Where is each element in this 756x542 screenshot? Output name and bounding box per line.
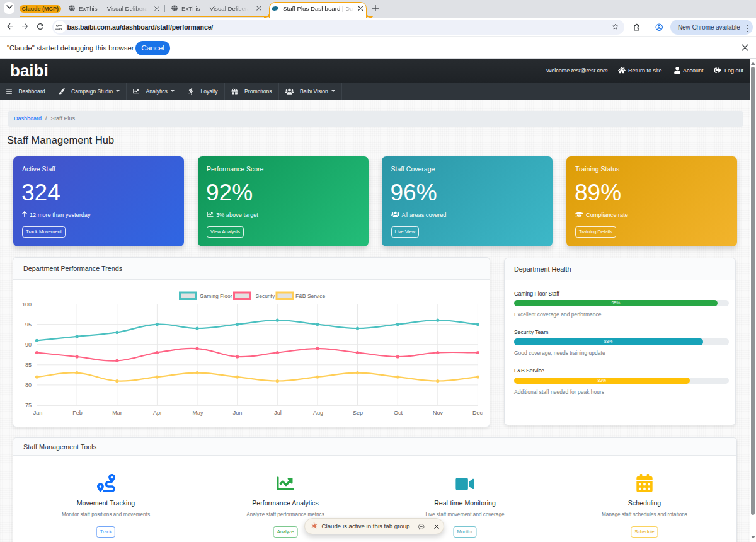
svg-text:Gaming Floor: Gaming Floor	[200, 293, 232, 299]
svg-text:Oct: Oct	[394, 410, 403, 416]
svg-text:Jun: Jun	[233, 410, 243, 416]
svg-text:Aug: Aug	[313, 410, 323, 416]
svg-text:F&B Service: F&B Service	[295, 293, 326, 299]
svg-text:Sep: Sep	[353, 410, 363, 416]
svg-text:May: May	[192, 410, 203, 416]
svg-text:Mar: Mar	[112, 410, 122, 416]
svg-text:Security: Security	[256, 293, 275, 299]
svg-text:95: 95	[25, 321, 32, 328]
svg-text:Jan: Jan	[33, 410, 43, 416]
svg-text:85: 85	[25, 362, 32, 368]
svg-text:90: 90	[25, 342, 32, 348]
svg-text:Dec: Dec	[472, 410, 483, 416]
svg-text:80: 80	[25, 382, 32, 388]
svg-text:75: 75	[25, 402, 32, 408]
svg-text:Jul: Jul	[274, 410, 282, 416]
svg-text:Feb: Feb	[72, 410, 83, 416]
svg-text:100: 100	[22, 301, 32, 308]
svg-text:Nov: Nov	[433, 410, 444, 416]
svg-text:Apr: Apr	[153, 410, 162, 416]
